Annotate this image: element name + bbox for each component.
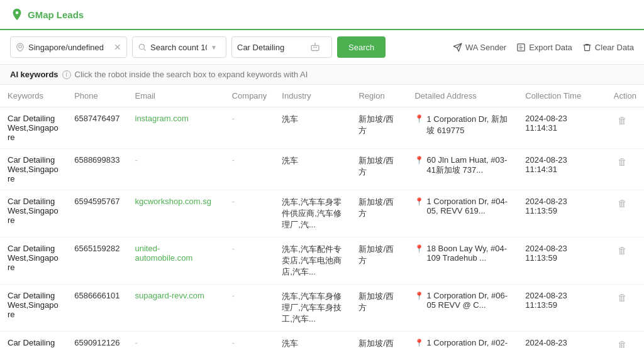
- pin-icon: 📍: [414, 156, 424, 165]
- cell-keyword: Car Detailing West,Singapore: [0, 190, 67, 237]
- cell-email[interactable]: united-automobile.com: [128, 237, 225, 285]
- pin-icon: 📍: [414, 114, 424, 123]
- cell-keyword: Car Detailing West,Singapore: [0, 149, 67, 190]
- col-keywords: Keywords: [0, 85, 67, 107]
- cell-collection-time: 2024-08-23 11:13:59: [518, 237, 606, 285]
- pin-icon: 📍: [414, 339, 424, 347]
- search-count-field[interactable]: ▼: [132, 36, 226, 58]
- cell-email[interactable]: instagram.com: [128, 107, 225, 149]
- keyword-field[interactable]: [231, 36, 332, 58]
- delete-button[interactable]: 🗑: [614, 197, 631, 210]
- table-header-row: Keywords Phone Email Company Industry Re…: [0, 85, 644, 107]
- clear-data-button[interactable]: Clear Data: [582, 43, 634, 52]
- info-icon[interactable]: i: [62, 70, 71, 79]
- svg-rect-4: [313, 46, 314, 48]
- cell-action[interactable]: 🗑: [606, 332, 644, 349]
- cell-collection-time: 2024-08-23 11:14:31: [518, 107, 606, 149]
- app-header: GMap Leads: [0, 0, 644, 30]
- cell-email[interactable]: supagard-revv.com: [128, 285, 225, 332]
- wa-sender-icon: [453, 43, 462, 52]
- cell-email: -: [128, 332, 225, 349]
- cell-phone: 6588699833: [67, 149, 127, 190]
- col-email: Email: [128, 85, 225, 107]
- data-table-container: Keywords Phone Email Company Industry Re…: [0, 85, 644, 348]
- svg-rect-3: [311, 45, 319, 50]
- col-address: Detailed Address: [407, 85, 518, 107]
- cell-collection-time: 2024-08-23 11:12:55: [518, 332, 606, 349]
- cell-address: 📍 1 Corporation Dr, #06-05 REVV @ C...: [407, 285, 518, 332]
- cell-company: -: [225, 190, 275, 237]
- cell-address: 📍 1 Corporation Dr, #04-05, REVV 619...: [407, 190, 518, 237]
- cell-address: 📍 1 Corporation Dr, 新加坡 619775: [407, 107, 518, 149]
- search-count-input[interactable]: [150, 43, 207, 52]
- cell-action[interactable]: 🗑: [606, 149, 644, 190]
- cell-company: -: [225, 332, 275, 349]
- cell-phone: 6587476497: [67, 107, 127, 149]
- col-action: Action: [606, 85, 644, 107]
- location-icon: [16, 43, 25, 52]
- logo-text: GMap Leads: [28, 9, 84, 20]
- cell-region: 新加坡/西方: [351, 332, 407, 349]
- table-row: Car Detailing West,Singapore6594595767kg…: [0, 190, 644, 237]
- delete-button[interactable]: 🗑: [614, 114, 631, 127]
- col-company: Company: [225, 85, 275, 107]
- pin-icon: 📍: [414, 291, 424, 300]
- table-row: Car Detailing West,Singapore6565159282un…: [0, 237, 644, 285]
- cell-email[interactable]: kgcworkshop.com.sg: [128, 190, 225, 237]
- svg-point-6: [314, 43, 315, 43]
- cell-region: 新加坡/西方: [351, 237, 407, 285]
- search-button[interactable]: Search: [337, 36, 386, 58]
- toolbar-actions: WA Sender Export Data Clear Data: [453, 43, 634, 52]
- data-table: Keywords Phone Email Company Industry Re…: [0, 85, 644, 348]
- cell-industry: 洗车: [274, 149, 351, 190]
- col-collection-time: Collection Time: [518, 85, 606, 107]
- cell-action[interactable]: 🗑: [606, 237, 644, 285]
- delete-button[interactable]: 🗑: [614, 291, 631, 304]
- pin-icon: 📍: [414, 197, 424, 206]
- cell-keyword: Car Detailing West,Singapore: [0, 107, 67, 149]
- location-field[interactable]: ✕: [10, 36, 127, 58]
- delete-button[interactable]: 🗑: [614, 244, 631, 257]
- cell-region: 新加坡/西方: [351, 190, 407, 237]
- location-input[interactable]: [28, 43, 110, 52]
- cell-action[interactable]: 🗑: [606, 285, 644, 332]
- keyword-input[interactable]: [237, 43, 306, 52]
- cell-company: -: [225, 107, 275, 149]
- svg-rect-5: [316, 46, 317, 48]
- robot-icon[interactable]: [310, 42, 320, 52]
- wa-sender-button[interactable]: WA Sender: [453, 43, 506, 52]
- cell-collection-time: 2024-08-23 11:13:59: [518, 190, 606, 237]
- export-icon: [516, 43, 526, 52]
- cell-industry: 洗车,汽车配件专卖店,汽车电池商店,汽车...: [274, 237, 351, 285]
- logo: GMap Leads: [10, 8, 84, 21]
- col-region: Region: [351, 85, 407, 107]
- table-row: Car Detailing West,Singapore6587476497in…: [0, 107, 644, 149]
- svg-point-1: [19, 45, 22, 48]
- cell-company: -: [225, 285, 275, 332]
- ai-keywords-desc: Click the robot inside the search box to…: [75, 70, 308, 79]
- table-row: Car Detailing West,Singapore6588699833--…: [0, 149, 644, 190]
- cell-industry: 洗车: [274, 107, 351, 149]
- delete-button[interactable]: 🗑: [614, 338, 631, 348]
- search-count-icon: [138, 43, 147, 52]
- cell-keyword: Car Detailing West,Singapore: [0, 237, 67, 285]
- cell-industry: 洗车,汽车车身零件供应商,汽车修理厂,汽...: [274, 190, 351, 237]
- cell-phone: 6565159282: [67, 237, 127, 285]
- cell-collection-time: 2024-08-23 11:14:31: [518, 149, 606, 190]
- svg-point-0: [16, 11, 19, 14]
- cell-collection-time: 2024-08-23 11:13:59: [518, 285, 606, 332]
- cell-region: 新加坡/西方: [351, 149, 407, 190]
- chevron-down-icon[interactable]: ▼: [211, 44, 217, 51]
- cell-company: -: [225, 149, 275, 190]
- clear-location-icon[interactable]: ✕: [114, 42, 121, 52]
- col-industry: Industry: [274, 85, 351, 107]
- cell-phone: 6594595767: [67, 190, 127, 237]
- cell-keyword: Car Detailing West,Singapore: [0, 332, 67, 349]
- export-data-button[interactable]: Export Data: [516, 43, 572, 52]
- logo-icon: [10, 8, 24, 21]
- cell-industry: 洗车: [274, 332, 351, 349]
- cell-action[interactable]: 🗑: [606, 107, 644, 149]
- delete-button[interactable]: 🗑: [614, 155, 631, 168]
- cell-action[interactable]: 🗑: [606, 190, 644, 237]
- cell-address: 📍 1 Corporation Dr, #02-16 Revv Enter...: [407, 332, 518, 349]
